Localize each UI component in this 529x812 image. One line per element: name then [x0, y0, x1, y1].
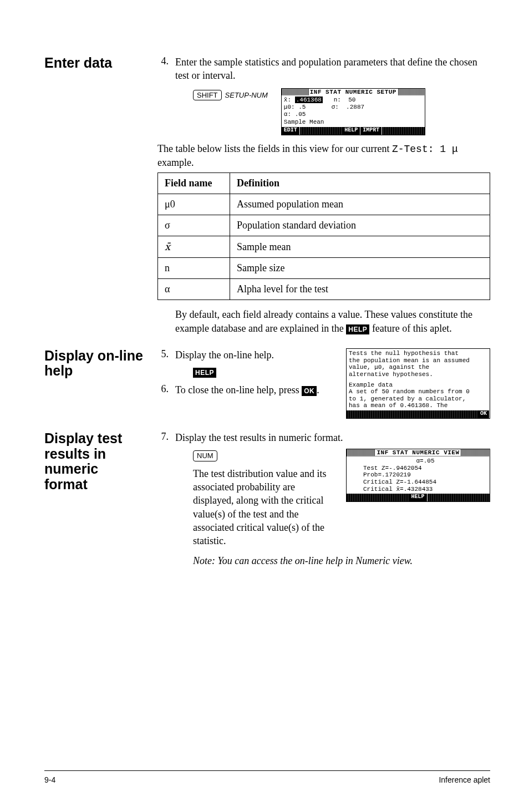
prob-line: Prob=.1720219	[363, 471, 487, 479]
numeric-view-note: Note: You can access the on-line help in…	[193, 554, 490, 567]
setup-screen: INF STAT NUMERIC SETUP x̄: .461368 n: 50…	[281, 88, 425, 135]
step-number: 5.	[157, 348, 169, 379]
help-screen: Tests the null hypothesis that the popul…	[346, 348, 490, 419]
screen-title: INF STAT NUMERIC SETUP	[282, 89, 425, 96]
col-head-field: Field name	[158, 173, 230, 194]
footer-title: Inference aplet	[439, 775, 490, 784]
crit-x-line: Critical x̄=.4328433	[363, 486, 487, 493]
step-number: 7.	[157, 431, 169, 568]
help-softkey-press: HELP	[193, 368, 216, 378]
section-heading-online-help: Display on-line help	[44, 348, 144, 379]
screen-softkeys: EDIT HELP IMPRT	[282, 127, 425, 135]
table-row: μ0Assumed population mean	[158, 194, 490, 215]
fields-table-intro: The table below lists the fields in this…	[157, 142, 490, 170]
test-z-line: Test Z=-.9462054	[363, 465, 487, 472]
table-row: αAlpha level for the test	[158, 279, 490, 300]
step-7-text: Display the test results in numeric form…	[175, 431, 490, 444]
table-row: x̄Sample mean	[158, 236, 490, 258]
alpha-line: α=.05	[363, 458, 487, 465]
screen-sublabel: Sample Mean	[282, 119, 425, 127]
mu0-value: .5	[298, 104, 306, 110]
section-heading-test-results: Display test results in numeric format	[44, 431, 144, 492]
step-4-intro: Enter the sample statistics and populati…	[175, 55, 490, 83]
table-row: nSample size	[158, 258, 490, 279]
ok-softkey: OK	[302, 386, 317, 396]
crit-z-line: Critical Z=-1.644854	[363, 479, 487, 486]
step-number: 6.	[157, 383, 169, 397]
fields-table: Field name Definition μ0Assumed populati…	[157, 172, 490, 300]
sigma-value: .2887	[346, 104, 364, 110]
imprt-softkey[interactable]: IMPRT	[360, 127, 382, 135]
page-number: 9-4	[44, 775, 55, 784]
table-row: σPopulation standard deviation	[158, 215, 490, 236]
screen-softkeys: HELP	[347, 494, 490, 501]
help-softkey[interactable]: HELP	[342, 127, 360, 135]
screen-softkeys: OK	[347, 410, 490, 418]
page-footer: 9-4 Inference aplet	[44, 770, 490, 784]
help-softkey[interactable]: HELP	[409, 494, 428, 501]
ok-softkey[interactable]: OK	[478, 410, 490, 418]
n-value: 50	[348, 97, 355, 103]
num-key: NUM	[193, 450, 217, 461]
help-softkey-inline: HELP	[346, 324, 369, 334]
screen-title: INF STAT NUMERIC VIEW	[347, 449, 490, 456]
section-heading-enter-data: Enter data	[44, 55, 144, 71]
results-description: The test distribution value and its asso…	[193, 467, 336, 548]
shift-key: SHIFT	[193, 90, 222, 101]
alpha-value: .05	[295, 111, 306, 118]
step-6-text: To close the on-line help, press	[175, 384, 302, 395]
col-head-def: Definition	[230, 173, 490, 194]
xbar-value: .461368	[295, 97, 323, 103]
defaults-paragraph: By default, each field already contains …	[175, 308, 490, 335]
edit-softkey[interactable]: EDIT	[282, 127, 300, 135]
setup-num-key: SETUP-NUM	[222, 90, 271, 100]
numeric-view-screen: INF STAT NUMERIC VIEW α=.05 Test Z=-.946…	[346, 449, 490, 502]
step-number: 4.	[157, 55, 169, 135]
step-5-text: Display the on-line help.	[175, 348, 336, 362]
